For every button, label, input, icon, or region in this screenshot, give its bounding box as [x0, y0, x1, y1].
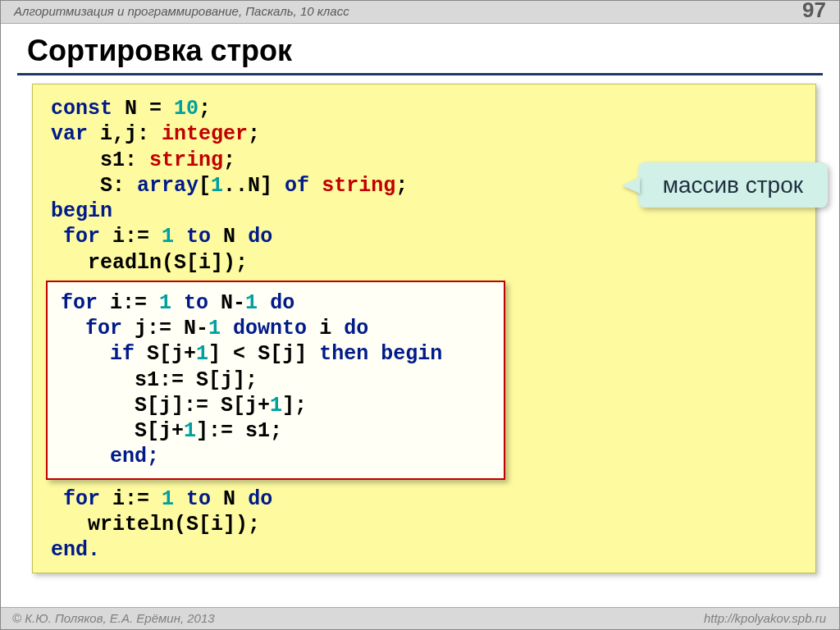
- code-line: if S[j+1] < S[j] then begin: [61, 341, 491, 367]
- code-line: s1:= S[j];: [61, 368, 491, 393]
- footer-url: http://kpolyakov.spb.ru: [704, 611, 826, 625]
- code-line: var i,j: integer;: [51, 121, 797, 147]
- highlighted-code-block: for i:= 1 to N-1 do for j:= N-1 downto i…: [46, 281, 505, 480]
- page-title: Сортировка строк: [1, 24, 839, 73]
- header-bar: Алгоритмизация и программирование, Паска…: [1, 1, 839, 24]
- callout: массив строк: [622, 162, 828, 208]
- callout-arrow-icon: [622, 177, 640, 194]
- code-line: for i:= 1 to N do: [51, 486, 797, 512]
- page-number: 97: [802, 0, 826, 23]
- code-line: for j:= N-1 downto i do: [61, 316, 491, 341]
- code-line: end;: [61, 444, 491, 469]
- code-line: writeln(S[i]);: [51, 512, 797, 537]
- code-line: readln(S[i]);: [51, 250, 797, 276]
- code-line: for i:= 1 to N do: [51, 224, 797, 249]
- code-line: const N = 10;: [51, 96, 797, 121]
- code-line: S[j]:= S[j+1];: [61, 393, 491, 418]
- slide: Алгоритмизация и программирование, Паска…: [0, 0, 840, 630]
- copyright: © К.Ю. Поляков, Е.А. Ерёмин, 2013: [12, 611, 215, 625]
- title-rule: [17, 73, 823, 75]
- code-line: end.: [51, 537, 797, 563]
- breadcrumb: Алгоритмизация и программирование, Паска…: [14, 4, 349, 18]
- footer-bar: © К.Ю. Поляков, Е.А. Ерёмин, 2013 http:/…: [1, 607, 839, 629]
- code-line: for i:= 1 to N-1 do: [61, 290, 491, 316]
- code-block: массив строк const N = 10; var i,j: inte…: [32, 84, 816, 573]
- callout-text: массив строк: [638, 162, 828, 208]
- code-line: S[j+1]:= s1;: [61, 418, 491, 444]
